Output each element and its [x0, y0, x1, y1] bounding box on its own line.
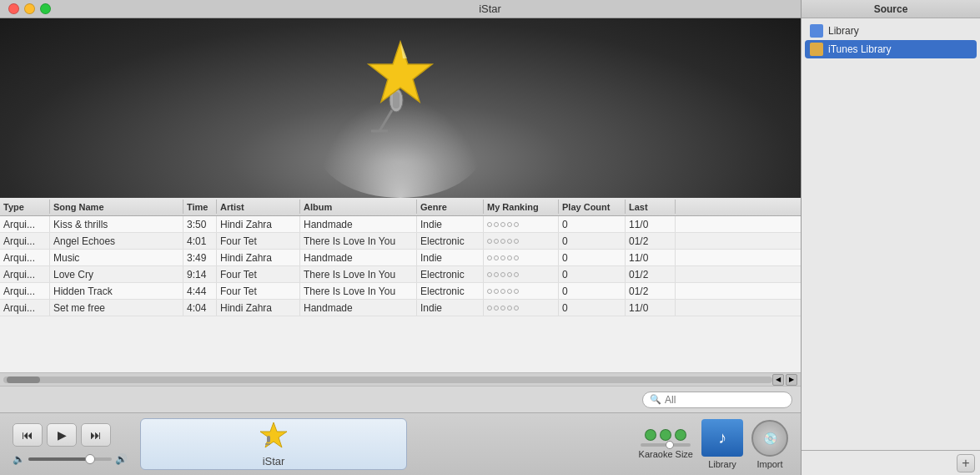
cell-playcount: 0 — [559, 233, 626, 249]
cell-time: 4:04 — [183, 300, 217, 316]
now-playing-display: iStar — [140, 418, 407, 470]
size-small-dot[interactable] — [645, 429, 656, 441]
rating-dot[interactable] — [500, 255, 505, 260]
rating-dot[interactable] — [514, 306, 519, 311]
table-row[interactable]: Arqui... Love Cry 9:14 Four Tet There Is… — [0, 266, 801, 283]
scrollbar-thumb[interactable] — [7, 376, 40, 383]
table-row[interactable]: Arqui... Kiss & thrills 3:50 Hindi Zahra… — [0, 216, 801, 233]
window-controls[interactable] — [8, 3, 51, 14]
rating-dot[interactable] — [500, 306, 505, 311]
cell-time: 4:01 — [183, 233, 217, 249]
cell-genre: Indie — [417, 250, 484, 265]
cell-ranking — [484, 283, 559, 299]
rating-dot[interactable] — [487, 272, 492, 277]
minimize-button[interactable] — [24, 3, 35, 14]
rating-dot[interactable] — [514, 239, 519, 244]
karaoke-size-buttons[interactable] — [645, 429, 686, 441]
horizontal-scrollbar[interactable]: ◀ ▶ — [0, 372, 801, 386]
cell-genre: Electronic — [417, 266, 484, 282]
rating-dot[interactable] — [500, 272, 505, 277]
close-button[interactable] — [8, 3, 19, 14]
now-playing-label: iStar — [263, 455, 285, 467]
table-row[interactable]: Arqui... Music 3:49 Hindi Zahra Handmade… — [0, 250, 801, 266]
karaoke-size-control[interactable]: Karaoke Size — [639, 429, 693, 459]
rating-dot[interactable] — [514, 222, 519, 227]
library-source-icon — [810, 24, 823, 38]
rating-dots[interactable] — [487, 222, 519, 227]
volume-slider-thumb[interactable] — [85, 454, 95, 464]
cell-last: 01/2 — [626, 233, 676, 249]
rating-dot[interactable] — [494, 255, 499, 260]
transport-bar: ⏮ ▶ ⏭ 🔈 🔊 — [0, 412, 801, 475]
rating-dot[interactable] — [507, 255, 512, 260]
table-row[interactable]: Arqui... Set me free 4:04 Hindi Zahra Ha… — [0, 300, 801, 316]
cell-type: Arqui... — [0, 283, 50, 299]
rating-dot[interactable] — [507, 272, 512, 277]
add-source-button[interactable]: + — [957, 454, 975, 472]
table-row[interactable]: Arqui... Angel Echoes 4:01 Four Tet Ther… — [0, 233, 801, 250]
rating-dots[interactable] — [487, 289, 519, 294]
import-control[interactable]: 💿 Import — [751, 420, 788, 469]
cell-ranking — [484, 250, 559, 265]
scrollbar-track[interactable] — [3, 376, 772, 383]
rating-dot[interactable] — [507, 222, 512, 227]
source-item-library[interactable]: Library — [805, 22, 977, 40]
rating-dot[interactable] — [500, 222, 505, 227]
rating-dot[interactable] — [507, 239, 512, 244]
col-header-album: Album — [300, 200, 417, 214]
table-row[interactable]: Arqui... Hidden Track 4:44 Four Tet Ther… — [0, 283, 801, 300]
size-large-dot[interactable] — [675, 429, 686, 441]
rating-dot[interactable] — [500, 289, 505, 294]
cell-playcount: 0 — [559, 300, 626, 316]
rating-dot[interactable] — [494, 306, 499, 311]
rating-dot[interactable] — [494, 239, 499, 244]
search-input-wrap[interactable]: 🔍 — [642, 392, 792, 408]
cell-time: 3:49 — [183, 250, 217, 265]
rating-dots[interactable] — [487, 306, 519, 311]
col-header-playcount: Play Count — [559, 200, 626, 214]
search-icon: 🔍 — [650, 394, 661, 405]
rating-dot[interactable] — [507, 289, 512, 294]
svg-line-0 — [379, 110, 392, 131]
rating-dot[interactable] — [487, 255, 492, 260]
maximize-button[interactable] — [40, 3, 51, 14]
karaoke-size-label: Karaoke Size — [639, 449, 693, 459]
library-control[interactable]: ♪ Library — [701, 419, 743, 469]
rating-dot[interactable] — [500, 239, 505, 244]
source-item-itunes[interactable]: iTunes Library — [805, 40, 977, 58]
rating-dots[interactable] — [487, 239, 519, 244]
svg-marker-6 — [260, 422, 287, 447]
rating-dot[interactable] — [487, 306, 492, 311]
scroll-left-arrow[interactable]: ◀ — [772, 374, 784, 386]
play-button[interactable]: ▶ — [47, 423, 77, 447]
library-icon[interactable]: ♪ — [701, 419, 743, 457]
scroll-right-arrow[interactable]: ▶ — [786, 374, 797, 386]
rating-dot[interactable] — [514, 255, 519, 260]
rating-dot[interactable] — [487, 289, 492, 294]
rating-dot[interactable] — [494, 272, 499, 277]
cell-artist: Hindi Zahra — [217, 216, 300, 232]
rating-dot[interactable] — [494, 222, 499, 227]
volume-slider-track[interactable] — [28, 457, 112, 461]
size-medium-dot[interactable] — [660, 429, 671, 441]
rating-dot[interactable] — [514, 289, 519, 294]
rating-dot[interactable] — [514, 272, 519, 277]
rating-dot[interactable] — [487, 222, 492, 227]
karaoke-size-slider[interactable] — [641, 443, 691, 447]
col-header-genre: Genre — [417, 200, 484, 214]
search-input[interactable] — [665, 394, 790, 406]
next-button[interactable]: ⏭ — [81, 423, 111, 447]
rating-dots[interactable] — [487, 272, 519, 277]
prev-button[interactable]: ⏮ — [13, 423, 43, 447]
scroll-arrows[interactable]: ◀ ▶ — [772, 374, 797, 386]
import-icon[interactable]: 💿 — [751, 420, 788, 457]
search-bar: 🔍 — [0, 386, 801, 412]
song-list[interactable]: Arqui... Kiss & thrills 3:50 Hindi Zahra… — [0, 216, 801, 372]
cell-time: 3:50 — [183, 216, 217, 232]
source-panel-header: Source — [802, 0, 980, 18]
rating-dots[interactable] — [487, 255, 519, 260]
rating-dot[interactable] — [487, 239, 492, 244]
rating-dot[interactable] — [494, 289, 499, 294]
rating-dot[interactable] — [507, 306, 512, 311]
karaoke-size-thumb[interactable] — [666, 441, 674, 449]
